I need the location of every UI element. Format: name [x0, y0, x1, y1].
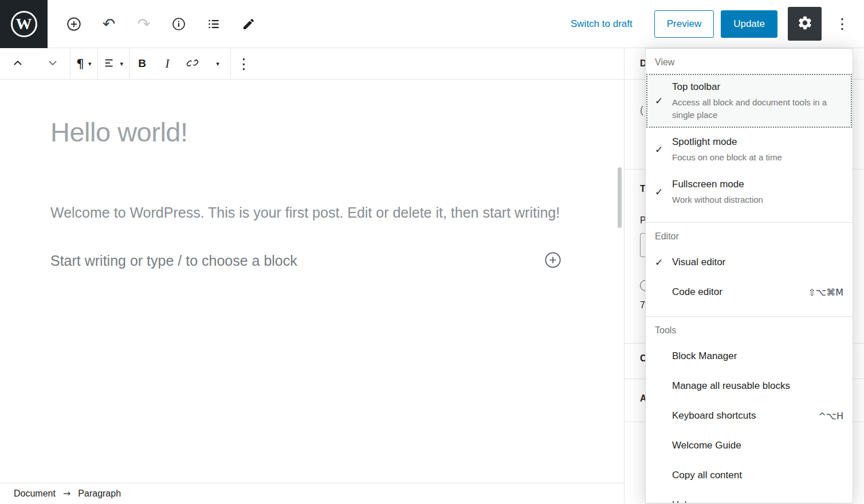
- undo-button[interactable]: ↶: [99, 10, 119, 38]
- menu-item-body: Code editor: [672, 285, 808, 299]
- chevron-up-icon: [12, 57, 23, 70]
- redo-button[interactable]: ↷: [133, 10, 154, 38]
- block-options-button[interactable]: ⋮: [231, 48, 257, 79]
- check-icon: ✓: [655, 257, 672, 268]
- menu-item-top-toolbar[interactable]: ✓Top toolbarAccess all block and documen…: [646, 73, 853, 128]
- ellipsis-icon: ⋮: [237, 57, 251, 71]
- paragraph-icon: ¶: [76, 57, 84, 71]
- move-block-up-button[interactable]: [0, 48, 35, 79]
- chevron-down-icon: ▾: [88, 60, 92, 68]
- menu-section-tools: ToolsBlock ManagerManage all reusable bl…: [646, 317, 853, 503]
- topbar-actions: Switch to draft Preview Update ⋮: [571, 7, 864, 41]
- menu-item-body: Spotlight modeFocus on one block at a ti…: [672, 135, 843, 164]
- menu-section-title: Editor: [646, 223, 853, 247]
- more-formatting-button[interactable]: ▾: [205, 48, 230, 79]
- menu-item-copy-all-content[interactable]: Copy all content: [646, 460, 853, 490]
- menu-item-block-manager[interactable]: Block Manager: [646, 341, 853, 371]
- formatting-group: B I ▾: [129, 48, 231, 79]
- content-scrollbar[interactable]: [618, 167, 622, 228]
- pencil-icon: [242, 17, 256, 31]
- menu-item-description: Focus on one block at a time: [672, 151, 832, 164]
- block-navigation-button[interactable]: [203, 10, 224, 38]
- preview-button[interactable]: Preview: [654, 10, 714, 38]
- move-block-down-button[interactable]: [35, 48, 70, 79]
- switch-to-draft-link[interactable]: Switch to draft: [571, 18, 633, 30]
- bold-icon: B: [138, 57, 146, 70]
- edit-mode-button[interactable]: [238, 10, 259, 38]
- menu-item-help[interactable]: Help: [646, 490, 853, 503]
- menu-item-description: Access all block and document tools in a…: [672, 96, 832, 121]
- menu-item-label: Fullscreen mode: [672, 178, 843, 191]
- italic-button[interactable]: I: [155, 48, 180, 79]
- menu-section-title: Tools: [646, 317, 853, 341]
- breadcrumb-document[interactable]: Document: [14, 489, 56, 499]
- menu-item-manage-all-reusable-blocks[interactable]: Manage all reusable blocks: [646, 371, 853, 401]
- menu-item-label: Keyboard shortcuts: [672, 409, 818, 423]
- breadcrumb-paragraph: Paragraph: [78, 489, 121, 499]
- bold-button[interactable]: B: [129, 48, 155, 79]
- menu-item-body: Block Manager: [672, 349, 843, 363]
- menu-item-label: Copy all content: [672, 468, 843, 482]
- breadcrumb-arrow-icon: →: [63, 488, 70, 499]
- menu-item-keyboard-shortcuts[interactable]: Keyboard shortcuts^⌥H: [646, 401, 853, 431]
- menu-item-welcome-guide[interactable]: Welcome Guide: [646, 431, 853, 460]
- plus-circle-icon: [66, 16, 82, 32]
- menu-item-spotlight-mode[interactable]: ✓Spotlight modeFocus on one block at a t…: [646, 128, 853, 171]
- block-appender[interactable]: Start writing or type / to choose a bloc…: [50, 251, 562, 271]
- more-options-menu: View✓Top toolbarAccess all block and doc…: [645, 48, 853, 503]
- menu-section-view: View✓Top toolbarAccess all block and doc…: [646, 49, 853, 223]
- menu-item-label: Code editor: [672, 285, 808, 299]
- content-structure-button[interactable]: [168, 10, 189, 38]
- menu-item-label: Help: [672, 498, 843, 503]
- gear-icon: [797, 15, 813, 33]
- post-canvas: Hello world! Welcome to WordPress. This …: [0, 80, 624, 271]
- menu-item-label: Top toolbar: [672, 80, 843, 94]
- wordpress-logo-icon: W: [11, 11, 37, 37]
- menu-item-fullscreen-mode[interactable]: ✓Fullscreen modeWork without distraction: [646, 171, 853, 213]
- italic-icon: I: [166, 57, 170, 71]
- check-icon: ✓: [655, 186, 672, 198]
- menu-item-code-editor[interactable]: Code editor⇧⌥⌘M: [646, 277, 853, 307]
- menu-item-description: Work without distraction: [672, 194, 832, 206]
- block-placeholder-text: Start writing or type / to choose a bloc…: [50, 253, 297, 269]
- wordpress-logo[interactable]: W: [0, 0, 48, 48]
- post-title[interactable]: Hello world!: [50, 116, 574, 148]
- menu-item-body: Copy all content: [672, 468, 843, 482]
- block-toolbar: ¶ ▾ ▾ B I: [0, 48, 624, 80]
- block-mover-group: [0, 48, 70, 79]
- menu-item-label: Block Manager: [672, 349, 843, 363]
- menu-section-editor: Editor✓Visual editorCode editor⇧⌥⌘M: [646, 223, 853, 317]
- update-button[interactable]: Update: [721, 10, 777, 38]
- menu-section-title: View: [646, 49, 853, 73]
- menu-item-body: Keyboard shortcuts: [672, 409, 818, 423]
- ellipsis-icon: ⋮: [835, 15, 850, 32]
- alignment-group: ▾: [98, 48, 130, 79]
- menu-item-body: Welcome Guide: [672, 439, 843, 452]
- menu-item-label: Visual editor: [672, 255, 843, 269]
- block-options-group: ⋮: [231, 48, 257, 79]
- inline-inserter-button[interactable]: [544, 251, 562, 271]
- text-align-button[interactable]: ▾: [98, 48, 129, 79]
- check-icon: ✓: [655, 95, 672, 107]
- editor-topbar: W ↶ ↷ Switch to draft Preview: [0, 0, 864, 48]
- block-type-button[interactable]: ¶ ▾: [70, 48, 97, 79]
- keyboard-shortcut-label: ^⌥H: [818, 411, 843, 422]
- settings-button[interactable]: [788, 7, 822, 41]
- menu-item-label: Spotlight mode: [672, 135, 843, 149]
- undo-icon: ↶: [103, 16, 116, 32]
- menu-item-label: Welcome Guide: [672, 439, 843, 452]
- block-inserter-button[interactable]: [64, 10, 84, 38]
- chevron-down-icon: ▾: [216, 60, 219, 68]
- more-options-button[interactable]: ⋮: [831, 10, 854, 38]
- list-view-icon: [206, 17, 221, 32]
- link-button[interactable]: [180, 48, 205, 79]
- sidebar-fragment: (: [640, 104, 643, 116]
- wordpress-block-editor: W ↶ ↷ Switch to draft Preview: [0, 0, 864, 504]
- align-left-icon: [104, 57, 116, 71]
- check-icon: ✓: [655, 144, 672, 155]
- menu-item-visual-editor[interactable]: ✓Visual editor: [646, 247, 853, 277]
- post-paragraph-block[interactable]: Welcome to WordPress. This is your first…: [50, 200, 560, 225]
- sidebar-fragment: 7: [640, 300, 645, 310]
- document-tools: ↶ ↷: [64, 10, 259, 38]
- block-type-group: ¶ ▾: [70, 48, 98, 79]
